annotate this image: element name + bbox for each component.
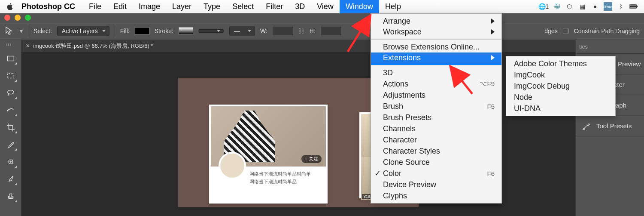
healing-tool[interactable]: [4, 155, 17, 168]
menu-layer[interactable]: Layer: [166, 0, 197, 13]
menu-item-character-styles[interactable]: Character Styles: [371, 145, 501, 157]
lasso-tool[interactable]: [4, 86, 17, 99]
app-name: Photoshop CC: [21, 2, 75, 11]
card-1-line-1: 网络当下潮流时尚单品时尚单: [249, 171, 324, 177]
ntware-icon[interactable]: NTware: [604, 2, 612, 11]
avatar: [219, 152, 246, 179]
document-tab-title[interactable]: imgcook 试验田.psd @ 66.7% (海景房, RGB/8) *: [33, 42, 153, 50]
stroke-swatch[interactable]: [179, 27, 193, 35]
select-label: Select:: [33, 28, 52, 34]
constrain-label: Constrain Path Dragging: [574, 28, 640, 34]
minimize-window-button[interactable]: [15, 15, 21, 21]
menu-item-workspace[interactable]: Workspace: [371, 27, 501, 40]
fill-swatch[interactable]: [135, 27, 149, 35]
select-mode-dropdown[interactable]: Active Layers: [57, 26, 109, 36]
annotation-arrow-1: [343, 13, 378, 58]
menu-item-label: Adjustments: [383, 91, 425, 100]
menu-item-actions[interactable]: Actions⌥F9: [371, 78, 501, 89]
menu-item-adjustments[interactable]: Adjustments: [371, 89, 501, 101]
brush-tool[interactable]: [4, 104, 17, 117]
menu-filter[interactable]: Filter: [260, 0, 289, 13]
width-field[interactable]: [273, 27, 293, 35]
menu-item-brush-presets[interactable]: Brush Presets: [371, 112, 501, 123]
menu-item-label: Color: [383, 169, 401, 178]
menu-file[interactable]: File: [83, 0, 107, 13]
menu-item-glyphs[interactable]: Glyphs: [371, 190, 501, 201]
shortcut-label: ⌥F9: [480, 80, 495, 88]
close-window-button[interactable]: [4, 15, 10, 21]
menu-view[interactable]: View: [311, 0, 340, 13]
divider: [115, 25, 115, 37]
menu-item-device-preview[interactable]: Device Preview: [371, 179, 501, 190]
link-icon[interactable]: ⛓: [298, 28, 304, 34]
menu-window[interactable]: Window: [340, 0, 379, 13]
menu-item-color[interactable]: ✓ColorF6: [371, 168, 501, 179]
hat-icon[interactable]: ●: [591, 2, 599, 11]
menu-edit[interactable]: Edit: [107, 0, 133, 13]
stamp-tool[interactable]: [4, 190, 17, 203]
crop-tool[interactable]: [4, 121, 17, 134]
height-label: H:: [310, 28, 316, 34]
menu-item-brush[interactable]: BrushF5: [371, 101, 501, 112]
follow-button[interactable]: + 关注: [301, 155, 322, 163]
menu-item-clone-source[interactable]: Clone Source: [371, 157, 501, 168]
menu-select[interactable]: Select: [226, 0, 260, 13]
svg-rect-2: [637, 6, 638, 7]
apple-logo-icon: [6, 3, 14, 10]
stroke-style-dropdown[interactable]: —: [229, 26, 255, 36]
menu-type[interactable]: Type: [197, 0, 226, 13]
menu-item-character[interactable]: Character: [371, 134, 501, 145]
grid-icon[interactable]: ▦: [578, 2, 586, 11]
check-icon: ✓: [374, 169, 381, 178]
menu-item-extensions[interactable]: Extensions: [371, 52, 501, 65]
divider: [28, 25, 28, 37]
menu-item-label: Brush Presets: [383, 113, 431, 122]
menu-item-label: Clone Source: [383, 158, 430, 167]
panel-grip[interactable]: [6, 43, 15, 46]
menu-item-3d[interactable]: 3D: [371, 67, 501, 78]
fill-label: Fill:: [120, 28, 130, 34]
panel-tab-partial[interactable]: ties: [579, 43, 588, 50]
menu-item-label: Glyphs: [383, 191, 407, 201]
height-field[interactable]: [321, 27, 341, 35]
paint-brush-tool[interactable]: [4, 173, 17, 185]
marquee-tool[interactable]: [4, 69, 17, 82]
tool-chevron-icon[interactable]: ▾: [20, 28, 23, 34]
menubar-status-area: 🌐1 🐳 ⬡ ▦ ● NTware ᛒ: [539, 2, 638, 11]
panel-tool-presets[interactable]: Tool Presets: [576, 116, 644, 136]
shortcut-label: F5: [487, 103, 495, 110]
submenu-item-imgcook-debug[interactable]: ImgCook Debug: [506, 80, 615, 92]
globe-icon[interactable]: 🌐1: [539, 2, 548, 11]
menu-item-arrange[interactable]: Arrange: [371, 15, 501, 27]
submenu-item-ui-dna[interactable]: UI-DNA: [506, 103, 615, 114]
stroke-width-dropdown[interactable]: [198, 29, 224, 33]
submenu-item-node[interactable]: Node: [506, 92, 615, 103]
bluetooth-icon[interactable]: ᛒ: [617, 2, 625, 11]
submenu-arrow-icon: [491, 53, 495, 62]
svg-rect-3: [7, 56, 14, 61]
constrain-checkbox[interactable]: [563, 28, 569, 34]
zoom-window-button[interactable]: [25, 15, 31, 21]
submenu-item-imgcook[interactable]: ImgCook: [506, 69, 615, 80]
docker-icon[interactable]: 🐳: [552, 2, 561, 11]
menu-item-label: Brush: [383, 102, 403, 111]
menu-help[interactable]: Help: [379, 0, 407, 13]
macos-menubar: Photoshop CC File Edit Image Layer Type …: [0, 0, 644, 13]
submenu-item-adobe-color-themes[interactable]: Adobe Color Themes: [506, 58, 615, 69]
battery-icon[interactable]: [629, 2, 638, 11]
card-1-body: 网络当下潮流时尚单品时尚单 网络当下潮流时尚单品: [211, 167, 326, 185]
menu-item-label: Character: [383, 136, 417, 145]
window-menu-dropdown: ArrangeWorkspaceBrowse Extensions Online…: [371, 13, 502, 204]
close-tab-button[interactable]: ×: [26, 42, 30, 50]
menu-3d[interactable]: 3D: [289, 0, 311, 13]
svg-rect-1: [630, 6, 636, 8]
menu-image[interactable]: Image: [133, 0, 166, 13]
svg-point-6: [6, 110, 8, 111]
hex-icon[interactable]: ⬡: [565, 2, 574, 11]
eyedropper-tool[interactable]: [4, 138, 17, 151]
rectangle-tool[interactable]: [4, 52, 17, 65]
menu-item-browse-extensions-online-[interactable]: Browse Extensions Online...: [371, 41, 501, 52]
menu-item-label: Character Styles: [383, 147, 440, 156]
tool-panel: [0, 40, 21, 216]
menu-item-channels[interactable]: Channels: [371, 123, 501, 134]
